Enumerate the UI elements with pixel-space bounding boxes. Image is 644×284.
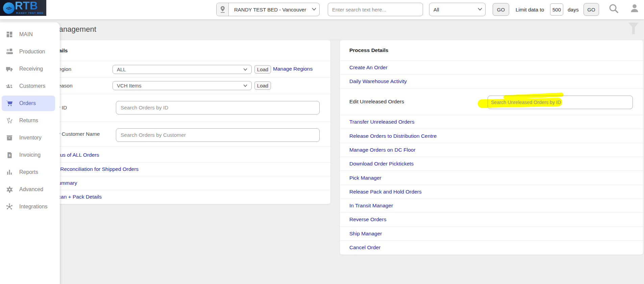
page-title-bar: Order Management — [0, 19, 644, 40]
sidebar-item-integrations[interactable]: Integrations — [2, 199, 55, 214]
load-button[interactable]: Load — [254, 65, 271, 74]
sidebar-item-main[interactable]: MAIN — [2, 27, 55, 42]
box-icon — [5, 134, 14, 142]
chevron-down-icon — [243, 84, 247, 87]
cart-icon — [5, 99, 14, 107]
chevron-down-icon — [243, 68, 247, 71]
hub-icon — [5, 203, 14, 211]
sidebar-item-receiving[interactable]: Receiving — [2, 61, 55, 77]
truck-icon — [5, 65, 14, 73]
select-value: ALL — [117, 67, 126, 72]
process-details-link[interactable]: Release Pack and Hold Orders — [349, 189, 422, 195]
order-details-row: Order Scan + Pack Details — [27, 190, 330, 204]
process-details-row: Daily Warehouse Activity — [340, 74, 643, 88]
filter-funnel-icon[interactable] — [628, 21, 639, 35]
sidebar-item-customers[interactable]: Customers — [2, 78, 55, 94]
sidebar-item-returns[interactable]: Returns — [2, 113, 55, 128]
order-details-panel: Order Details Order RegionALLLoadManage … — [27, 40, 330, 204]
sidebar-item-label: Reports — [19, 169, 38, 175]
order-details-title: Order Details — [27, 40, 330, 61]
order-details-row: Order by ID — [27, 94, 330, 122]
process-details-row: Release Orders to Distribution Centre — [340, 129, 643, 143]
order-details-row: Order Summary — [27, 176, 330, 190]
order-details-row: Order by Customer Name — [27, 122, 330, 146]
process-details-row: Ship Manager — [340, 227, 643, 240]
invoice-icon: $ — [5, 151, 14, 159]
limit-days-input[interactable] — [550, 3, 563, 16]
order-region-select[interactable]: ALL — [113, 65, 252, 74]
sidebar-drawer: MAINProductionReceivingCustomersOrdersRe… — [0, 22, 60, 284]
svg-text:$: $ — [8, 153, 10, 157]
people-icon — [5, 82, 14, 90]
process-details-row: Edit Unreleased Orders — [340, 88, 643, 115]
category-select-value: All — [434, 3, 439, 16]
process-details-row: Download Order Picktickets — [340, 157, 643, 171]
process-details-row: Manage Orders on DC Floor — [340, 143, 643, 157]
bar-chart-icon — [5, 168, 14, 176]
logo-name: RANDY TEST BED — [16, 11, 44, 15]
process-details-link[interactable]: Ship Manager — [349, 231, 382, 237]
process-details-link[interactable]: Release Orders to Distribution Centre — [349, 133, 437, 139]
process-details-link[interactable]: Cancel Order — [349, 244, 380, 251]
process-details-panel: Process Details Create An OrderDaily War… — [340, 40, 643, 255]
location-select[interactable]: RANDY TEST BED - Vancouver — [216, 3, 320, 16]
order-season-select[interactable]: VCH Items — [113, 81, 252, 90]
sidebar-item-inventory[interactable]: Inventory — [2, 130, 55, 146]
sidebar-item-label: Advanced — [19, 186, 43, 192]
sidebar-item-label: Orders — [19, 100, 36, 106]
process-details-title: Process Details — [340, 40, 643, 60]
order-details-row: See Status of ALL Orders — [27, 146, 330, 162]
process-details-link[interactable]: Manage Orders on DC Floor — [349, 147, 416, 153]
sidebar-item-label: Inventory — [19, 135, 42, 141]
sidebar-item-label: Invoicing — [19, 152, 41, 158]
app-header: </> RTB RANDY TEST BED RANDY TEST BED - … — [0, 0, 644, 19]
dashboard-icon — [5, 30, 14, 38]
process-details-link[interactable]: Reverse Orders — [349, 216, 386, 223]
days-label: days — [568, 0, 579, 19]
user-icon[interactable] — [628, 2, 641, 15]
order-id-search-input[interactable] — [116, 101, 320, 114]
limit-go-button[interactable]: GO — [584, 3, 599, 16]
sidebar-item-advanced[interactable]: Advanced — [2, 182, 55, 197]
search-go-button[interactable]: GO — [493, 3, 509, 16]
process-details-row: Create An Order — [340, 60, 643, 74]
chevron-down-icon — [312, 8, 316, 11]
sidebar-item-label: MAIN — [19, 31, 33, 37]
order-details-row: Order RegionALLLoadManage Regions — [27, 61, 330, 77]
process-details-link[interactable]: In Transit Manager — [349, 203, 393, 209]
location-pin-icon — [217, 3, 229, 16]
select-value: VCH Items — [117, 83, 142, 88]
header-search-input[interactable] — [328, 3, 423, 16]
sidebar-item-label: Receiving — [19, 66, 43, 72]
search-icon[interactable] — [607, 2, 620, 15]
category-select[interactable]: All — [429, 3, 486, 16]
sidebar-item-label: Production — [19, 49, 45, 55]
process-details-row: In Transit Manager — [340, 199, 643, 212]
logo[interactable]: </> RTB RANDY TEST BED — [0, 0, 46, 16]
order-details-row: EDI 940 Reconciliation for Shipped Order… — [27, 162, 330, 176]
load-button[interactable]: Load — [254, 81, 271, 90]
limit-data-label: Limit data to — [516, 0, 544, 19]
process-details-link[interactable]: Transfer Unreleased Orders — [349, 119, 414, 125]
code-icon: </> — [3, 2, 15, 14]
process-details-link[interactable]: Daily Warehouse Activity — [349, 78, 407, 84]
production-icon — [5, 48, 14, 56]
process-details-row: Cancel Order — [340, 240, 643, 254]
order-details-row: Order SeasonVCH ItemsLoad — [27, 77, 330, 94]
process-details-link[interactable]: Create An Order — [349, 64, 388, 71]
process-details-link[interactable]: Pick Manager — [349, 175, 381, 181]
gear-icon — [5, 185, 14, 193]
order-customer-search-input[interactable] — [116, 128, 320, 142]
return-cart-icon — [5, 117, 14, 125]
process-details-link[interactable]: Download Order Picktickets — [349, 161, 414, 167]
sidebar-item-production[interactable]: Production — [2, 44, 55, 59]
edit-unreleased-orders-label: Edit Unreleased Orders — [349, 99, 404, 105]
manage-regions-link[interactable]: Manage Regions — [273, 66, 313, 72]
process-details-row: Release Pack and Hold Orders — [340, 185, 643, 199]
sidebar-item-invoicing[interactable]: $Invoicing — [2, 147, 55, 163]
process-details-row: Reverse Orders — [340, 212, 643, 226]
sidebar-item-orders[interactable]: Orders — [2, 96, 55, 111]
location-select-value: RANDY TEST BED - Vancouver — [234, 3, 306, 16]
sidebar-item-reports[interactable]: Reports — [2, 164, 55, 180]
unreleased-orders-search-input[interactable] — [488, 96, 633, 109]
